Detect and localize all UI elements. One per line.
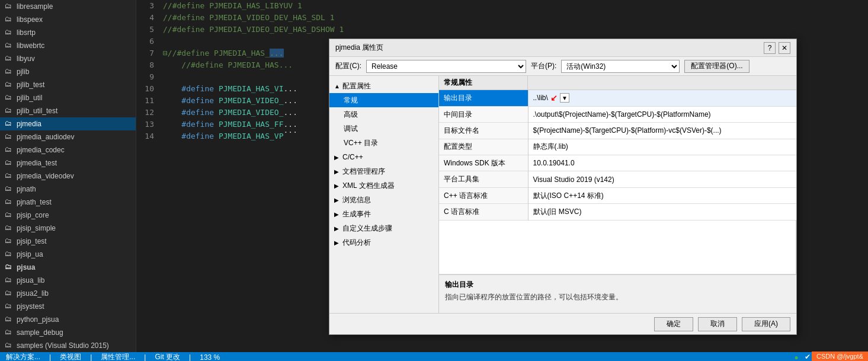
dialog-controls: ? ✕ [764, 42, 790, 54]
tree-item-xml[interactable]: ▶ XML 文档生成器 [329, 178, 438, 193]
desc-title: 输出目录 [445, 280, 790, 290]
table-row-empty [439, 220, 796, 274]
tree-item-linker[interactable]: ▶ 文档管理程序 [329, 164, 438, 178]
dialog-help-btn[interactable]: ? [764, 42, 776, 54]
dialog-toolbar: 配置(C): Release 平台(P): 活动(Win32) 配置管理器(O)… [329, 57, 796, 76]
tree-arrow: ▶ [334, 225, 341, 232]
apply-button[interactable]: 应用(A) [742, 317, 790, 331]
dialog-body: ▲ 配置属性 常规 高级 调试 [329, 76, 796, 313]
prop-name: 配置类型 [439, 139, 528, 155]
prop-value-input: ..\lib\ ↙ ▼ [533, 93, 792, 103]
tree-arrow: ▶ [334, 168, 341, 175]
tree-item-custom-build[interactable]: ▶ 自定义生成步骤 [329, 221, 438, 235]
dialog-titlebar: pjmedia 属性页 ? ✕ [329, 39, 796, 57]
prop-value: 默认(旧 MSVC) [528, 204, 796, 220]
prop-name: 平台工具集 [439, 171, 528, 187]
tree-item-advanced[interactable]: 高级 [329, 107, 438, 122]
prop-value: .\output\$(ProjectName)-$(TargetCPU)-$(P… [528, 106, 796, 122]
prop-dropdown-btn[interactable]: ▼ [560, 93, 569, 103]
table-row[interactable]: C 语言标准 默认(旧 MSVC) [439, 204, 796, 220]
prop-name: Windows SDK 版本 [439, 155, 528, 171]
tree-arrow: ▶ [334, 197, 341, 203]
prop-name: 中间目录 [439, 106, 528, 122]
tree-arrow: ▶ [334, 239, 341, 246]
tree-item-browse[interactable]: ▶ 浏览信息 [329, 193, 438, 207]
table-row[interactable]: 中间目录 .\output\$(ProjectName)-$(TargetCPU… [439, 106, 796, 122]
prop-value: 默认(ISO C++14 标准) [528, 187, 796, 203]
prop-name: C 语言标准 [439, 204, 528, 220]
dialog-description: 输出目录 指向已编译程序的放置位置的路径，可以包括环境变量。 [439, 274, 796, 313]
ok-button[interactable]: 确定 [654, 317, 693, 331]
dialog-props: 常规属性 输出目录 ..\lib\ ↙ ▼ [439, 76, 796, 313]
config-label: 配置(C): [335, 61, 361, 71]
prop-name: 输出目录 [439, 90, 528, 106]
tree-item-vc-dirs[interactable]: VC++ 目录 [329, 136, 438, 150]
tree-arrow: ▲ [334, 83, 341, 90]
table-row[interactable]: C++ 语言标准 默认(ISO C++14 标准) [439, 187, 796, 203]
tree-arrow: ▶ [334, 183, 341, 189]
tree-item-code-analysis[interactable]: ▶ 代码分析 [329, 235, 438, 250]
dialog-footer: 确定 取消 应用(A) [329, 313, 796, 334]
tree-item-build-events[interactable]: ▶ 生成事件 [329, 207, 438, 221]
props-header-name: 常规属性 [439, 76, 528, 90]
tree-item-config-props[interactable]: ▲ 配置属性 [329, 79, 438, 93]
tree-arrow: ▶ [334, 154, 341, 161]
tree-arrow: ▶ [334, 211, 341, 218]
prop-value: 静态库(.lib) [528, 139, 796, 155]
table-row[interactable]: 目标文件名 $(ProjectName)-$(TargetCPU)-$(Plat… [439, 123, 796, 139]
table-row[interactable]: 平台工具集 Visual Studio 2019 (v142) [439, 171, 796, 187]
config-manager-btn[interactable]: 配置管理器(O)... [684, 60, 749, 73]
tree-item-general[interactable]: 常规 [329, 93, 438, 107]
dialog-close-btn[interactable]: ✕ [779, 42, 790, 54]
prop-value-text: ..\lib\ [533, 94, 548, 102]
prop-value: 10.0.19041.0 [528, 155, 796, 171]
tree-item-cpp[interactable]: ▶ C/C++ [329, 150, 438, 164]
cancel-button[interactable]: 取消 [698, 317, 737, 331]
properties-dialog: pjmedia 属性页 ? ✕ 配置(C): Release 平台(P): 活动… [329, 39, 797, 335]
tree-item-debug[interactable]: 调试 [329, 122, 438, 136]
prop-value: Visual Studio 2019 (v142) [528, 171, 796, 187]
dialog-tree: ▲ 配置属性 常规 高级 调试 [329, 76, 439, 313]
props-table: 输出目录 ..\lib\ ↙ ▼ 中间目录 .\outp [439, 90, 796, 274]
prop-name: C++ 语言标准 [439, 187, 528, 203]
platform-label: 平台(P): [531, 61, 556, 71]
table-row[interactable]: Windows SDK 版本 10.0.19041.0 [439, 155, 796, 171]
prop-value[interactable]: ..\lib\ ↙ ▼ [528, 90, 796, 106]
desc-text: 指向已编译程序的放置位置的路径，可以包括环境变量。 [445, 292, 790, 302]
platform-select[interactable]: 活动(Win32) [561, 60, 680, 73]
main-container: 🗂 libresample 🗂 libspeex 🗂 libsrtp 🗂 lib… [0, 0, 868, 361]
dialog-title: pjmedia 属性页 [335, 43, 764, 53]
dialog-overlay: pjmedia 属性页 ? ✕ 配置(C): Release 平台(P): 活动… [0, 0, 868, 361]
props-header-value [528, 76, 796, 90]
prop-name: 目标文件名 [439, 123, 528, 139]
table-row[interactable]: 配置类型 静态库(.lib) [439, 139, 796, 155]
table-row[interactable]: 输出目录 ..\lib\ ↙ ▼ [439, 90, 796, 106]
config-select[interactable]: Release [366, 60, 526, 73]
red-arrow-icon: ↙ [550, 93, 558, 103]
prop-value: $(ProjectName)-$(TargetCPU)-$(Platform)-… [528, 123, 796, 139]
